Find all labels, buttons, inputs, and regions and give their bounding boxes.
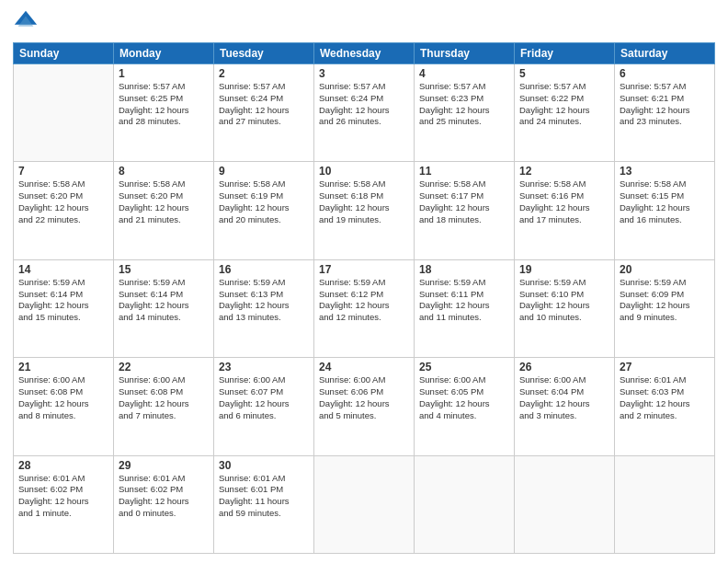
- day-number: 5: [519, 67, 609, 80]
- day-info: Sunrise: 5:57 AM Sunset: 6:23 PM Dayligh…: [419, 81, 509, 128]
- day-info: Sunrise: 6:00 AM Sunset: 6:05 PM Dayligh…: [419, 374, 509, 421]
- day-info: Sunrise: 5:59 AM Sunset: 6:12 PM Dayligh…: [319, 277, 409, 324]
- calendar-cell: 5Sunrise: 5:57 AM Sunset: 6:22 PM Daylig…: [515, 64, 615, 162]
- calendar-cell: 13Sunrise: 5:58 AM Sunset: 6:15 PM Dayli…: [615, 162, 715, 259]
- day-info: Sunrise: 5:59 AM Sunset: 6:14 PM Dayligh…: [18, 277, 108, 324]
- day-number: 26: [519, 361, 609, 373]
- day-info: Sunrise: 6:00 AM Sunset: 6:08 PM Dayligh…: [119, 374, 209, 421]
- day-number: 6: [620, 67, 710, 80]
- day-number: 12: [519, 165, 609, 178]
- weekday-header-sunday: Sunday: [14, 43, 114, 64]
- day-number: 17: [319, 263, 409, 276]
- day-info: Sunrise: 5:57 AM Sunset: 6:24 PM Dayligh…: [219, 81, 309, 128]
- calendar-cell: 21Sunrise: 6:00 AM Sunset: 6:08 PM Dayli…: [14, 358, 114, 455]
- calendar-week-1: 1Sunrise: 5:57 AM Sunset: 6:25 PM Daylig…: [14, 64, 715, 162]
- calendar-cell: [314, 455, 415, 553]
- day-number: 30: [219, 459, 309, 472]
- calendar-cell: 22Sunrise: 6:00 AM Sunset: 6:08 PM Dayli…: [114, 358, 214, 455]
- weekday-header-tuesday: Tuesday: [214, 43, 314, 64]
- logo: [13, 9, 42, 35]
- calendar-cell: 10Sunrise: 5:58 AM Sunset: 6:18 PM Dayli…: [314, 162, 415, 259]
- day-number: 24: [319, 361, 409, 373]
- day-info: Sunrise: 5:58 AM Sunset: 6:18 PM Dayligh…: [319, 178, 409, 225]
- calendar-cell: 8Sunrise: 5:58 AM Sunset: 6:20 PM Daylig…: [114, 162, 214, 259]
- weekday-header-friday: Friday: [515, 43, 615, 64]
- day-number: 3: [319, 67, 409, 80]
- day-number: 15: [119, 263, 209, 276]
- day-info: Sunrise: 5:57 AM Sunset: 6:21 PM Dayligh…: [620, 81, 710, 128]
- calendar-cell: 11Sunrise: 5:58 AM Sunset: 6:17 PM Dayli…: [415, 162, 515, 259]
- calendar-cell: 7Sunrise: 5:58 AM Sunset: 6:20 PM Daylig…: [14, 162, 114, 259]
- calendar-cell: 18Sunrise: 5:59 AM Sunset: 6:11 PM Dayli…: [415, 259, 515, 357]
- day-info: Sunrise: 6:00 AM Sunset: 6:07 PM Dayligh…: [219, 374, 309, 421]
- day-info: Sunrise: 5:59 AM Sunset: 6:14 PM Dayligh…: [119, 277, 209, 324]
- day-number: 13: [620, 165, 710, 178]
- calendar-cell: 9Sunrise: 5:58 AM Sunset: 6:19 PM Daylig…: [214, 162, 314, 259]
- day-info: Sunrise: 5:59 AM Sunset: 6:11 PM Dayligh…: [419, 277, 509, 324]
- weekday-header-monday: Monday: [114, 43, 214, 64]
- day-number: 4: [419, 67, 509, 80]
- calendar-cell: 23Sunrise: 6:00 AM Sunset: 6:07 PM Dayli…: [214, 358, 314, 455]
- calendar-cell: 30Sunrise: 6:01 AM Sunset: 6:01 PM Dayli…: [214, 455, 314, 553]
- day-number: 10: [319, 165, 409, 178]
- day-number: 8: [119, 165, 209, 178]
- day-number: 29: [119, 459, 209, 472]
- calendar-cell: 6Sunrise: 5:57 AM Sunset: 6:21 PM Daylig…: [615, 64, 715, 162]
- calendar-cell: 17Sunrise: 5:59 AM Sunset: 6:12 PM Dayli…: [314, 259, 415, 357]
- day-info: Sunrise: 6:01 AM Sunset: 6:02 PM Dayligh…: [18, 473, 108, 520]
- day-info: Sunrise: 6:00 AM Sunset: 6:06 PM Dayligh…: [319, 374, 409, 421]
- day-info: Sunrise: 5:57 AM Sunset: 6:24 PM Dayligh…: [319, 81, 409, 128]
- day-number: 9: [219, 165, 309, 178]
- calendar-cell: [515, 455, 615, 553]
- calendar-cell: 15Sunrise: 5:59 AM Sunset: 6:14 PM Dayli…: [114, 259, 214, 357]
- day-info: Sunrise: 6:00 AM Sunset: 6:08 PM Dayligh…: [18, 374, 108, 421]
- calendar-cell: 3Sunrise: 5:57 AM Sunset: 6:24 PM Daylig…: [314, 64, 415, 162]
- day-info: Sunrise: 6:01 AM Sunset: 6:03 PM Dayligh…: [620, 374, 710, 421]
- day-number: 7: [18, 165, 108, 178]
- calendar-cell: 26Sunrise: 6:00 AM Sunset: 6:04 PM Dayli…: [515, 358, 615, 455]
- day-info: Sunrise: 5:58 AM Sunset: 6:20 PM Dayligh…: [119, 178, 209, 225]
- weekday-header-row: SundayMondayTuesdayWednesdayThursdayFrid…: [14, 43, 715, 64]
- calendar-cell: 28Sunrise: 6:01 AM Sunset: 6:02 PM Dayli…: [14, 455, 114, 553]
- calendar-cell: 27Sunrise: 6:01 AM Sunset: 6:03 PM Dayli…: [615, 358, 715, 455]
- calendar-cell: 1Sunrise: 5:57 AM Sunset: 6:25 PM Daylig…: [114, 64, 214, 162]
- day-number: 1: [119, 67, 209, 80]
- calendar-cell: 29Sunrise: 6:01 AM Sunset: 6:02 PM Dayli…: [114, 455, 214, 553]
- calendar-cell: 4Sunrise: 5:57 AM Sunset: 6:23 PM Daylig…: [415, 64, 515, 162]
- day-info: Sunrise: 6:00 AM Sunset: 6:04 PM Dayligh…: [519, 374, 609, 421]
- calendar-cell: 20Sunrise: 5:59 AM Sunset: 6:09 PM Dayli…: [615, 259, 715, 357]
- calendar-week-2: 7Sunrise: 5:58 AM Sunset: 6:20 PM Daylig…: [14, 162, 715, 259]
- calendar-cell: 24Sunrise: 6:00 AM Sunset: 6:06 PM Dayli…: [314, 358, 415, 455]
- day-number: 19: [519, 263, 609, 276]
- day-number: 18: [419, 263, 509, 276]
- weekday-header-saturday: Saturday: [615, 43, 715, 64]
- day-info: Sunrise: 5:59 AM Sunset: 6:10 PM Dayligh…: [519, 277, 609, 324]
- day-info: Sunrise: 5:58 AM Sunset: 6:17 PM Dayligh…: [419, 178, 509, 225]
- calendar-week-3: 14Sunrise: 5:59 AM Sunset: 6:14 PM Dayli…: [14, 259, 715, 357]
- calendar-cell: 14Sunrise: 5:59 AM Sunset: 6:14 PM Dayli…: [14, 259, 114, 357]
- calendar-cell: 2Sunrise: 5:57 AM Sunset: 6:24 PM Daylig…: [214, 64, 314, 162]
- calendar-cell: 25Sunrise: 6:00 AM Sunset: 6:05 PM Dayli…: [415, 358, 515, 455]
- day-number: 14: [18, 263, 108, 276]
- calendar-table: SundayMondayTuesdayWednesdayThursdayFrid…: [13, 42, 715, 554]
- calendar-cell: [415, 455, 515, 553]
- page-header: [13, 9, 715, 35]
- day-number: 16: [219, 263, 309, 276]
- day-number: 11: [419, 165, 509, 178]
- day-number: 28: [18, 459, 108, 472]
- day-number: 23: [219, 361, 309, 373]
- logo-icon: [13, 9, 39, 35]
- day-number: 22: [119, 361, 209, 373]
- calendar-cell: 12Sunrise: 5:58 AM Sunset: 6:16 PM Dayli…: [515, 162, 615, 259]
- calendar-week-4: 21Sunrise: 6:00 AM Sunset: 6:08 PM Dayli…: [14, 358, 715, 455]
- calendar-cell: [14, 64, 114, 162]
- day-info: Sunrise: 6:01 AM Sunset: 6:02 PM Dayligh…: [119, 473, 209, 520]
- day-number: 20: [620, 263, 710, 276]
- day-number: 25: [419, 361, 509, 373]
- day-number: 27: [620, 361, 710, 373]
- day-number: 21: [18, 361, 108, 373]
- calendar-cell: [615, 455, 715, 553]
- calendar-cell: 19Sunrise: 5:59 AM Sunset: 6:10 PM Dayli…: [515, 259, 615, 357]
- day-info: Sunrise: 5:58 AM Sunset: 6:19 PM Dayligh…: [219, 178, 309, 225]
- calendar-cell: 16Sunrise: 5:59 AM Sunset: 6:13 PM Dayli…: [214, 259, 314, 357]
